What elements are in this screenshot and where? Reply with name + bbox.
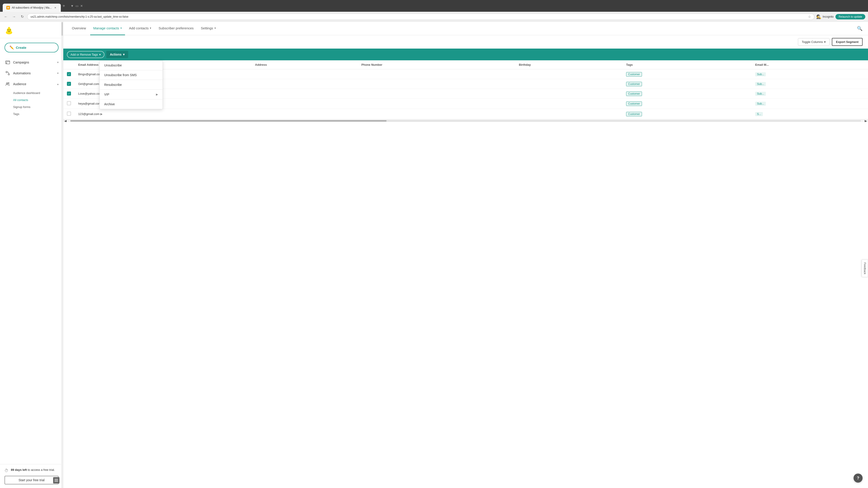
row2-checkbox[interactable]: ✓ xyxy=(67,82,71,86)
actions-button[interactable]: Actions ▾ xyxy=(106,51,128,58)
sidebar-toggle-button[interactable] xyxy=(53,477,59,484)
svg-point-10 xyxy=(8,83,9,84)
incognito-area: 🕵️ Incognito xyxy=(816,14,834,19)
incognito-label: Incognito xyxy=(823,15,834,18)
sidebar-item-automations[interactable]: Automations ▾ xyxy=(0,68,63,78)
sidebar-item-campaigns[interactable]: Campaigns ▾ xyxy=(0,57,63,68)
add-remove-tags-button[interactable]: Add or Remove Tags ▾ xyxy=(67,51,104,58)
new-tab-button[interactable]: + xyxy=(61,3,67,8)
row2-status: Sub... xyxy=(752,79,868,89)
window-restore[interactable]: ▭ xyxy=(75,4,79,8)
archive-label: Archive xyxy=(104,102,115,106)
scroll-right-button[interactable]: ▶ xyxy=(864,119,868,122)
column-header-tags: Tags xyxy=(622,60,752,69)
audience-label: Audience xyxy=(13,82,57,86)
scroll-left-button[interactable]: ◀ xyxy=(63,119,68,122)
row4-checkbox[interactable] xyxy=(67,101,71,105)
relaunch-button[interactable]: Relaunch to update xyxy=(835,14,865,20)
window-close[interactable]: ✕ xyxy=(80,4,83,8)
svg-rect-13 xyxy=(55,481,58,482)
row5-checkbox-cell[interactable] xyxy=(63,109,74,119)
all-contacts-label: All contacts xyxy=(13,98,28,102)
sidebar-item-tags[interactable]: Tags xyxy=(0,110,63,118)
vip-label: VIP xyxy=(104,93,110,96)
add-remove-tags-chevron-icon: ▾ xyxy=(99,53,101,56)
sidebar-scrollbar[interactable] xyxy=(61,22,63,488)
sidebar-item-all-contacts[interactable]: All contacts xyxy=(0,96,63,103)
sidebar-item-audience[interactable]: Audience ▴ xyxy=(0,78,63,90)
dropdown-item-unsubscribe-sms[interactable]: Unsubscribe from SMS xyxy=(100,70,162,80)
unsubscribe-label: Unsubscribe xyxy=(104,64,122,67)
dropdown-item-resubscribe[interactable]: Resubscribe xyxy=(100,80,162,90)
row5-birthday xyxy=(515,109,622,119)
row5-checkbox[interactable] xyxy=(67,111,71,116)
row5-email[interactable]: 123@gmail.com ▶ xyxy=(74,109,251,119)
toggle-columns-label: Toggle Columns xyxy=(802,40,823,43)
sidebar-item-audience-dashboard[interactable]: Audience dashboard xyxy=(0,90,63,96)
browser-tabs: M All subscribers of Moodjoy | Ma... ✕ + xyxy=(3,0,67,12)
row1-checkbox-cell[interactable]: ✓ xyxy=(63,69,74,79)
nav-item-overview[interactable]: Overview xyxy=(69,22,89,35)
app-container: ✏️ Create Campaigns ▾ Automations ▾ xyxy=(0,22,868,488)
horizontal-scrollbar[interactable]: ◀ ▶ xyxy=(63,119,868,122)
dropdown-item-archive[interactable]: Archive xyxy=(100,99,162,109)
table-row: 123@gmail.com ▶ Customer S... xyxy=(63,109,868,119)
help-button[interactable]: ? xyxy=(854,474,863,483)
reload-button[interactable]: ↻ xyxy=(19,13,25,20)
row4-checkbox-cell[interactable] xyxy=(63,98,74,109)
phone-column-label: Phone Number xyxy=(362,63,382,66)
table-row: ✓ Bingo@gmail.com Customer Sub... xyxy=(63,69,868,79)
signup-forms-label: Signup forms xyxy=(13,105,31,109)
bookmark-icon[interactable]: ☆ xyxy=(808,15,811,19)
trial-suffix: to access a free trial. xyxy=(28,468,55,471)
row1-tag-badge: Customer xyxy=(626,72,642,76)
audience-chevron: ▴ xyxy=(57,83,59,86)
settings-label: Settings xyxy=(201,26,213,30)
row2-birthday xyxy=(515,79,622,89)
row3-phone xyxy=(358,89,515,98)
row3-tags: Customer xyxy=(622,89,752,98)
automations-chevron: ▾ xyxy=(57,72,59,75)
address-bar-row: ← → ↻ us21.admin.mailchimp.com/lists/mem… xyxy=(0,12,868,22)
scrollbar-track xyxy=(70,120,861,122)
nav-item-subscriber-preferences[interactable]: Subscriber preferences xyxy=(155,22,197,35)
nav-item-settings[interactable]: Settings ▾ xyxy=(198,22,219,35)
browser-chrome: M All subscribers of Moodjoy | Ma... ✕ +… xyxy=(0,0,868,12)
column-header-birthday: Birthday xyxy=(515,60,622,69)
row5-address xyxy=(251,109,358,119)
trial-text: 89 days left to access a free trial. xyxy=(11,468,55,472)
active-tab[interactable]: M All subscribers of Moodjoy | Ma... ✕ xyxy=(3,4,61,12)
automations-label: Automations xyxy=(13,71,57,75)
row1-checkbox[interactable]: ✓ xyxy=(67,72,71,76)
nav-item-manage-contacts[interactable]: Manage contacts ▾ xyxy=(90,22,125,35)
mailchimp-logo[interactable] xyxy=(4,25,14,36)
back-button[interactable]: ← xyxy=(3,13,9,20)
nav-item-add-contacts[interactable]: Add contacts ▾ xyxy=(126,22,155,35)
forward-button[interactable]: → xyxy=(11,13,17,20)
sidebar-item-signup-forms[interactable]: Signup forms xyxy=(0,103,63,110)
scrollbar-thumb xyxy=(70,120,386,122)
tags-column-label: Tags xyxy=(626,63,633,66)
row5-expand-icon[interactable]: ▶ xyxy=(100,112,103,116)
top-nav-search-icon[interactable]: 🔍 xyxy=(857,26,863,31)
window-minimize[interactable]: ▼ xyxy=(70,4,74,8)
table-row: ✓ Girl@gmail.com Customer Sub... xyxy=(63,79,868,89)
address-bar[interactable]: us21.admin.mailchimp.com/lists/members/#… xyxy=(27,13,814,20)
feedback-tab[interactable]: Feedback xyxy=(862,259,868,277)
toggle-columns-button[interactable]: Toggle Columns ▾ xyxy=(798,38,830,46)
add-contacts-chevron: ▾ xyxy=(150,27,151,30)
row4-tag-badge: Customer xyxy=(626,101,642,106)
export-segment-button[interactable]: Export Segment xyxy=(832,38,863,46)
row2-checkbox-cell[interactable]: ✓ xyxy=(63,79,74,89)
row3-checkbox[interactable]: ✓ xyxy=(67,92,71,96)
create-button[interactable]: ✏️ Create xyxy=(4,43,59,53)
subscriber-preferences-label: Subscriber preferences xyxy=(158,26,193,30)
dropdown-item-unsubscribe[interactable]: Unsubscribe xyxy=(100,61,162,70)
tab-close-button[interactable]: ✕ xyxy=(54,6,57,9)
row2-tag-badge: Customer xyxy=(626,82,642,86)
row3-checkbox-cell[interactable]: ✓ xyxy=(63,89,74,98)
actions-label: Actions xyxy=(110,53,121,56)
dropdown-item-vip[interactable]: VIP ▶ xyxy=(100,90,162,99)
row1-birthday xyxy=(515,69,622,79)
trial-button[interactable]: Start your free trial xyxy=(4,476,59,484)
